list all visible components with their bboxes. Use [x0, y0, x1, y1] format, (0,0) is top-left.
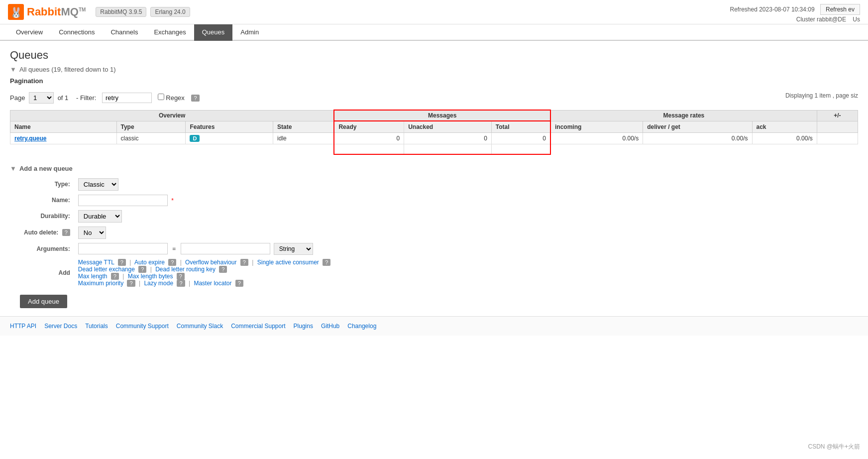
page-title: Queues — [10, 49, 858, 62]
arguments-val-input[interactable] — [181, 243, 270, 254]
footer-server-docs[interactable]: Server Docs — [44, 323, 77, 330]
header-right: Refreshed 2023-08-07 10:34:09 Refresh ev… — [730, 4, 860, 23]
sep7: | — [189, 280, 190, 287]
cluster-info: Cluster rabbit@DE Us — [730, 16, 860, 23]
collapse-triangle[interactable]: ▼ — [10, 66, 16, 73]
add-label: Add — [20, 257, 74, 289]
cell-deliver-get: 0.00/s — [643, 133, 752, 144]
add-queue-form: Type: Classic Quorum Stream Name: * Dura… — [20, 176, 334, 289]
nav-overview[interactable]: Overview — [8, 24, 51, 41]
dead-letter-routing-key-help[interactable]: ? — [219, 266, 227, 273]
regex-label: Regex — [166, 94, 185, 102]
queue-name-link[interactable]: retry.queue — [14, 135, 46, 142]
cell-total: 0 — [491, 133, 550, 144]
logo: 🐰 RabbitMQTM — [8, 4, 86, 20]
feature-d-badge: D — [190, 135, 200, 142]
message-ttl-help[interactable]: ? — [118, 259, 126, 266]
queue-table: Overview Messages Message rates +/- Name… — [10, 110, 858, 155]
cell-ready: 0 — [334, 133, 404, 144]
nav-exchanges[interactable]: Exchanges — [146, 24, 194, 41]
version-badge: RabbitMQ 3.9.5 — [96, 7, 146, 17]
cell-extra — [817, 133, 858, 144]
master-locator-link[interactable]: Master locator — [194, 280, 231, 287]
dead-letter-routing-key-link[interactable]: Dead letter routing key — [155, 266, 216, 273]
footer-community-slack[interactable]: Community Slack — [177, 323, 223, 330]
footer-plugins[interactable]: Plugins — [294, 323, 313, 330]
name-input[interactable] — [78, 195, 168, 206]
col-type: Type — [116, 121, 186, 133]
cell-state: idle — [273, 133, 334, 144]
auto-delete-select[interactable]: No Yes — [78, 227, 106, 239]
maximum-priority-help[interactable]: ? — [127, 280, 135, 287]
max-length-link[interactable]: Max length — [78, 273, 108, 280]
overflow-behaviour-link[interactable]: Overflow behaviour — [185, 259, 236, 266]
max-length-bytes-link[interactable]: Max length bytes — [128, 273, 173, 280]
refresh-button[interactable]: Refresh ev — [820, 4, 860, 15]
refreshed-text: Refreshed 2023-08-07 10:34:09 — [730, 6, 814, 13]
equals-sign: = — [172, 245, 176, 252]
overview-group-header: Overview — [10, 110, 334, 121]
master-locator-help[interactable]: ? — [235, 280, 243, 287]
lazy-mode-link[interactable]: Lazy mode — [144, 280, 173, 287]
max-length-bytes-help[interactable]: ? — [177, 273, 185, 280]
type-row: Type: Classic Quorum Stream — [20, 176, 334, 193]
sep4: | — [150, 266, 152, 273]
footer-commercial-support[interactable]: Commercial Support — [231, 323, 285, 330]
cell-name[interactable]: retry.queue — [10, 133, 117, 144]
durability-row: Durability: Durable Transient — [20, 208, 334, 225]
col-deliver-get: deliver / get — [643, 121, 752, 133]
nav-channels[interactable]: Channels — [103, 24, 146, 41]
nav-queues[interactable]: Queues — [194, 24, 233, 41]
arguments-key-input[interactable] — [78, 243, 168, 254]
lazy-mode-help[interactable]: ? — [177, 280, 185, 287]
pagination-section: Pagination Page 1 of 1 - Filter: Regex ?… — [10, 77, 858, 104]
single-active-consumer-link[interactable]: Single active consumer — [257, 259, 319, 266]
filter-input[interactable] — [102, 93, 152, 103]
col-ready: Ready — [334, 121, 404, 133]
maximum-priority-link[interactable]: Maximum priority — [78, 280, 123, 287]
pagination-label: Pagination — [10, 77, 43, 85]
message-ttl-link[interactable]: Message TTL — [78, 259, 114, 266]
footer-github[interactable]: GitHub — [321, 323, 339, 330]
footer-http-api[interactable]: HTTP API — [10, 323, 36, 330]
dead-letter-exchange-help[interactable]: ? — [138, 266, 146, 273]
durability-select[interactable]: Durable Transient — [78, 210, 122, 223]
brand-text: RabbitMQTM — [27, 5, 86, 18]
footer-community-support[interactable]: Community Support — [116, 323, 169, 330]
single-active-consumer-help[interactable]: ? — [323, 259, 330, 266]
arguments-type-select[interactable]: String Number Boolean — [274, 243, 313, 255]
durability-cell: Durable Transient — [74, 208, 335, 225]
arguments-label: Arguments: — [20, 241, 74, 257]
max-length-help[interactable]: ? — [111, 273, 119, 280]
plus-minus-header[interactable]: +/- — [817, 110, 858, 121]
brand-rabbit: Rabbit — [27, 5, 61, 18]
auto-expire-link[interactable]: Auto expire — [134, 259, 165, 266]
message-rates-group-header: Message rates — [550, 110, 817, 121]
nav-admin[interactable]: Admin — [232, 24, 267, 41]
type-select[interactable]: Classic Quorum Stream — [78, 178, 118, 191]
col-extra — [817, 121, 858, 133]
spacer-left — [10, 144, 334, 154]
durability-label: Durability: — [20, 208, 74, 225]
add-queue-collapse-triangle[interactable]: ▼ — [10, 165, 16, 172]
footer-changelog[interactable]: Changelog — [347, 323, 376, 330]
regex-help-btn[interactable]: ? — [191, 95, 199, 102]
dead-letter-exchange-link[interactable]: Dead letter exchange — [78, 266, 135, 273]
nav: Overview Connections Channels Exchanges … — [0, 24, 868, 41]
name-cell: * — [74, 193, 335, 208]
add-queue-button[interactable]: Add queue — [20, 295, 67, 308]
messages-group-header: Messages — [334, 110, 550, 121]
arguments-row: Arguments: = String Number Boolean — [20, 241, 334, 257]
regex-checkbox[interactable] — [158, 94, 164, 100]
footer-tutorials[interactable]: Tutorials — [85, 323, 108, 330]
auto-delete-label: Auto delete: ? — [20, 225, 74, 241]
type-label: Type: — [20, 176, 74, 193]
col-state: State — [273, 121, 334, 133]
nav-connections[interactable]: Connections — [51, 24, 103, 41]
type-cell: Classic Quorum Stream — [74, 176, 335, 193]
auto-delete-help-btn[interactable]: ? — [62, 229, 70, 236]
overflow-behaviour-help[interactable]: ? — [240, 259, 248, 266]
required-star: * — [171, 197, 174, 204]
auto-expire-help[interactable]: ? — [168, 259, 176, 266]
page-select[interactable]: 1 — [29, 92, 54, 104]
